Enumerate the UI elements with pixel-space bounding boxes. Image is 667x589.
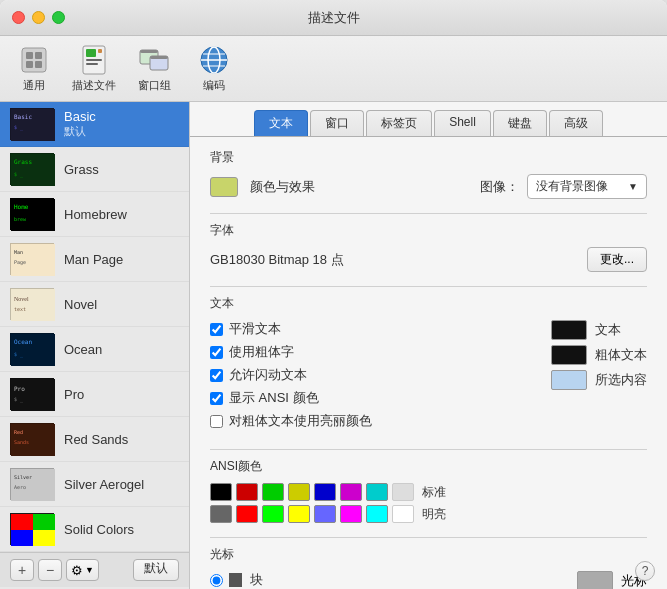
- ansi-std-2[interactable]: [262, 483, 284, 501]
- text-content-row: 平滑文本 使用粗体字 允许闪动文本: [210, 320, 647, 435]
- svg-rect-46: [11, 514, 33, 530]
- bold-color-swatch[interactable]: [551, 345, 587, 365]
- cursor-color-swatch[interactable]: [577, 571, 613, 589]
- divider-2: [210, 286, 647, 287]
- toolbar-windowgroup-label: 窗口组: [138, 78, 171, 93]
- sidebar-item-redsands[interactable]: Red Sands Red Sands: [0, 417, 189, 462]
- ansi-bright-4[interactable]: [314, 505, 336, 523]
- toolbar-windowgroup[interactable]: 窗口组: [132, 44, 176, 93]
- sidebar-item-novel[interactable]: Novel text Novel: [0, 282, 189, 327]
- sidebar-item-ocean-text: Ocean: [64, 342, 102, 357]
- ansi-bright-7[interactable]: [392, 505, 414, 523]
- minimize-button[interactable]: [32, 11, 45, 24]
- close-button[interactable]: [12, 11, 25, 24]
- remove-profile-button[interactable]: −: [38, 559, 62, 581]
- sidebar-item-silveraerogel-label: Silver Aerogel: [64, 477, 144, 492]
- bold-label: 使用粗体字: [229, 343, 294, 361]
- ansi-bright-3[interactable]: [288, 505, 310, 523]
- cursor-left-col: 块 下划线 竖条: [210, 571, 557, 589]
- ansi-bright-5[interactable]: [340, 505, 362, 523]
- svg-text:Grass: Grass: [14, 158, 32, 165]
- traffic-lights: [12, 11, 65, 24]
- checkbox-bright-bold: 对粗体文本使用亮丽颜色: [210, 412, 531, 430]
- tab-advanced[interactable]: 高级: [549, 110, 603, 136]
- font-change-button[interactable]: 更改...: [587, 247, 647, 272]
- svg-text:$ _: $ _: [14, 124, 24, 131]
- sidebar-item-ocean-label: Ocean: [64, 342, 102, 357]
- tab-keyboard[interactable]: 键盘: [493, 110, 547, 136]
- ansi-standard-row: 标准: [210, 483, 647, 501]
- ansi-bright-6[interactable]: [366, 505, 388, 523]
- toolbar-profile[interactable]: 描述文件: [72, 44, 116, 93]
- text-colors-col: 文本 粗体文本 所选内容: [551, 320, 647, 390]
- maximize-button[interactable]: [52, 11, 65, 24]
- svg-text:Red: Red: [14, 429, 23, 435]
- sidebar-item-redsands-label: Red Sands: [64, 432, 128, 447]
- background-color-label: 颜色与效果: [250, 178, 315, 196]
- add-profile-button[interactable]: +: [10, 559, 34, 581]
- ansi-std-0[interactable]: [210, 483, 232, 501]
- tab-text[interactable]: 文本: [254, 110, 308, 136]
- text-section: 文本 平滑文本 使用粗体字: [210, 295, 647, 435]
- text-color-row: 文本: [551, 320, 647, 340]
- selection-color-swatch[interactable]: [551, 370, 587, 390]
- bold-color-label: 粗体文本: [595, 346, 647, 364]
- toolbar-general[interactable]: 通用: [12, 44, 56, 93]
- sidebar-item-novel-text: Novel: [64, 297, 97, 312]
- cursor-block-radio[interactable]: [210, 574, 223, 587]
- tab-shell[interactable]: Shell: [434, 110, 491, 136]
- ansi-std-4[interactable]: [314, 483, 336, 501]
- background-image-select[interactable]: 没有背景图像 ▼: [527, 174, 647, 199]
- svg-text:Home: Home: [14, 203, 29, 210]
- blink-checkbox[interactable]: [210, 369, 223, 382]
- sidebar-item-novel-label: Novel: [64, 297, 97, 312]
- svg-rect-2: [35, 52, 42, 59]
- ansi-bright-0[interactable]: [210, 505, 232, 523]
- font-row: GB18030 Bitmap 18 点 更改...: [210, 247, 647, 272]
- gear-button[interactable]: ⚙ ▼: [66, 559, 99, 581]
- ansi-section: ANSI颜色 标准: [210, 458, 647, 523]
- divider-3: [210, 449, 647, 450]
- tab-window[interactable]: 窗口: [310, 110, 364, 136]
- sidebar-item-grass[interactable]: Grass $ _ Grass: [0, 147, 189, 192]
- encoding-icon: [198, 44, 230, 76]
- toolbar-encoding[interactable]: 编码: [192, 44, 236, 93]
- ansi-std-6[interactable]: [366, 483, 388, 501]
- default-button[interactable]: 默认: [133, 559, 179, 581]
- background-color-swatch[interactable]: [210, 177, 238, 197]
- svg-text:Page: Page: [14, 259, 26, 266]
- tab-tabpage[interactable]: 标签页: [366, 110, 432, 136]
- bright-bold-checkbox[interactable]: [210, 415, 223, 428]
- sidebar-item-solidcolors-text: Solid Colors: [64, 522, 134, 537]
- text-color-swatch[interactable]: [551, 320, 587, 340]
- sidebar-item-pro[interactable]: Pro $ _ Pro: [0, 372, 189, 417]
- svg-text:text: text: [14, 306, 26, 312]
- background-section: 背景 颜色与效果 图像： 没有背景图像 ▼: [210, 149, 647, 199]
- titlebar: 描述文件: [0, 0, 667, 36]
- svg-rect-49: [33, 530, 55, 546]
- bold-checkbox[interactable]: [210, 346, 223, 359]
- sidebar-item-homebrew[interactable]: Home brew Homebrew: [0, 192, 189, 237]
- ansi-standard-label: 标准: [422, 484, 446, 501]
- svg-text:$ _: $ _: [14, 171, 24, 178]
- smooth-checkbox[interactable]: [210, 323, 223, 336]
- sidebar-thumbnail-silveraerogel: Silver Aero: [10, 468, 54, 500]
- sidebar-thumbnail-solidcolors: [10, 513, 54, 545]
- selection-color-label: 所选内容: [595, 371, 647, 389]
- svg-text:Silver: Silver: [14, 474, 32, 480]
- ansi-std-3[interactable]: [288, 483, 310, 501]
- ansi-bright-2[interactable]: [262, 505, 284, 523]
- ansi-color-checkbox[interactable]: [210, 392, 223, 405]
- ansi-bright-1[interactable]: [236, 505, 258, 523]
- sidebar-item-manpage[interactable]: Man Page Man Page: [0, 237, 189, 282]
- window-title: 描述文件: [308, 9, 360, 27]
- help-button[interactable]: ?: [635, 561, 655, 581]
- ansi-std-7[interactable]: [392, 483, 414, 501]
- sidebar-item-solidcolors[interactable]: Solid Colors: [0, 507, 189, 552]
- sidebar-item-ocean[interactable]: Ocean $ _ Ocean: [0, 327, 189, 372]
- ansi-std-1[interactable]: [236, 483, 258, 501]
- sidebar-item-silveraerogel[interactable]: Silver Aero Silver Aerogel: [0, 462, 189, 507]
- sidebar-item-basic[interactable]: Basic $ _ Basic 默认: [0, 102, 189, 147]
- ansi-std-5[interactable]: [340, 483, 362, 501]
- svg-text:$ _: $ _: [14, 396, 24, 403]
